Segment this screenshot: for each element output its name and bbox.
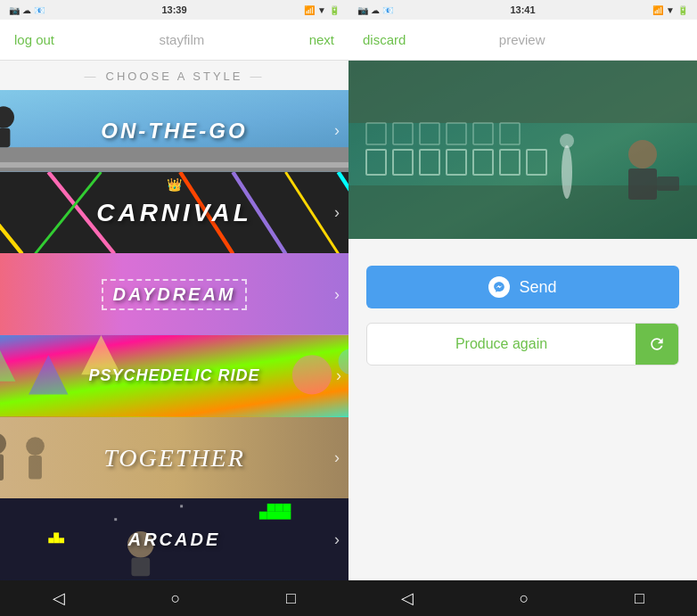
- left-back-button[interactable]: ◁: [53, 588, 65, 608]
- choose-style-label: — CHOOSE A STYLE —: [0, 61, 348, 90]
- discard-button[interactable]: discard: [363, 32, 406, 47]
- produce-again-refresh-button[interactable]: [636, 323, 678, 365]
- style-label-on-the-go: ON-THE-GO: [101, 119, 247, 144]
- carnival-crown-area: 👑: [167, 177, 182, 192]
- style-label-together: Together: [103, 444, 245, 472]
- right-panel: 📷☁📧 13:41 📶▼🔋 discard preview: [348, 0, 697, 616]
- svg-rect-27: [0, 454, 4, 480]
- choose-style-text: CHOOSE A STYLE: [106, 70, 243, 83]
- status-bar-left-right-icons: 📶▼🔋: [304, 5, 340, 15]
- left-menu-button[interactable]: □: [286, 589, 296, 608]
- svg-rect-70: [628, 168, 657, 200]
- svg-rect-44: [283, 504, 291, 512]
- chevron-on-the-go: ›: [334, 121, 340, 140]
- right-nav-bar: ◁ ○ □: [348, 580, 697, 616]
- right-content: Send Produce again: [348, 239, 697, 580]
- produce-again-row[interactable]: Produce again: [366, 323, 679, 365]
- svg-rect-40: [59, 538, 64, 544]
- status-bar-right-time: 13:41: [510, 4, 535, 15]
- svg-rect-1: [0, 147, 348, 172]
- svg-rect-41: [259, 512, 267, 520]
- style-label-carnival: CARNIVAL: [96, 199, 252, 227]
- svg-point-22: [292, 355, 332, 394]
- svg-rect-39: [53, 533, 59, 544]
- produce-again-label: Produce again: [367, 336, 636, 352]
- style-list: ON-THE-GO ›: [0, 90, 348, 580]
- style-item-carnival[interactable]: 👑 CARNIVAL ›: [0, 172, 348, 254]
- dash-right: —: [250, 70, 265, 83]
- svg-rect-51: [131, 558, 150, 577]
- dash-left: —: [85, 70, 99, 83]
- svg-point-73: [560, 134, 574, 148]
- right-home-button[interactable]: ○: [520, 589, 529, 608]
- svg-rect-71: [657, 177, 679, 191]
- svg-rect-29: [29, 456, 42, 480]
- style-label-daydream: DAYDREAM: [102, 279, 246, 310]
- logout-button[interactable]: log out: [14, 32, 54, 47]
- send-button-label: Send: [519, 278, 556, 297]
- right-menu-button[interactable]: □: [635, 589, 644, 608]
- send-button[interactable]: Send: [366, 266, 679, 308]
- chevron-carnival: ›: [334, 203, 340, 222]
- svg-rect-38: [48, 538, 53, 544]
- svg-rect-2: [0, 162, 348, 168]
- style-item-psychedelic[interactable]: PSYCHEDELIC RIDE ›: [0, 335, 348, 417]
- svg-rect-47: [114, 519, 117, 522]
- chevron-arcade: ›: [334, 530, 340, 549]
- status-bar-right-right-icons: 📶▼🔋: [652, 5, 688, 15]
- style-item-arcade[interactable]: ARCADE ›: [0, 498, 348, 580]
- left-header: log out stayfilm next: [0, 20, 348, 61]
- status-bar-right-icons: 📷☁📧: [357, 5, 393, 15]
- next-button[interactable]: next: [309, 32, 334, 47]
- style-item-on-the-go[interactable]: ON-THE-GO ›: [0, 90, 348, 172]
- style-item-together[interactable]: Together ›: [0, 417, 348, 499]
- svg-point-72: [562, 145, 572, 199]
- messenger-icon: [488, 276, 510, 298]
- svg-rect-48: [180, 505, 183, 508]
- svg-rect-4: [0, 128, 10, 147]
- svg-rect-45: [267, 512, 291, 520]
- left-nav-bar: ◁ ○ □: [0, 580, 348, 616]
- status-bar-right: 📷☁📧 13:41 📶▼🔋: [348, 0, 697, 20]
- style-label-arcade: ARCADE: [128, 530, 221, 550]
- svg-point-69: [628, 140, 657, 168]
- left-panel: 📷☁📧 13:39 📶▼🔋 log out stayfilm next — CH…: [0, 0, 348, 616]
- status-bar-left-time: 13:39: [161, 4, 186, 15]
- svg-rect-43: [275, 504, 283, 512]
- svg-point-28: [26, 437, 45, 456]
- chevron-psychedelic: ›: [336, 366, 341, 385]
- right-header: discard preview: [348, 20, 697, 61]
- style-item-daydream[interactable]: DAYDREAM ›: [0, 253, 348, 335]
- status-bar-left: 📷☁📧 13:39 📶▼🔋: [0, 0, 348, 20]
- right-header-title: preview: [499, 32, 545, 47]
- chevron-daydream: ›: [334, 285, 340, 304]
- status-bar-left-icons: 📷☁📧: [9, 5, 45, 15]
- crown-icon: 👑: [167, 177, 182, 192]
- preview-image: [348, 61, 697, 239]
- chevron-together: ›: [334, 448, 340, 467]
- left-header-title: stayfilm: [159, 32, 204, 47]
- svg-rect-42: [267, 504, 275, 512]
- left-home-button[interactable]: ○: [171, 589, 181, 608]
- style-label-psychedelic: PSYCHEDELIC RIDE: [88, 366, 259, 386]
- right-back-button[interactable]: ◁: [401, 588, 414, 608]
